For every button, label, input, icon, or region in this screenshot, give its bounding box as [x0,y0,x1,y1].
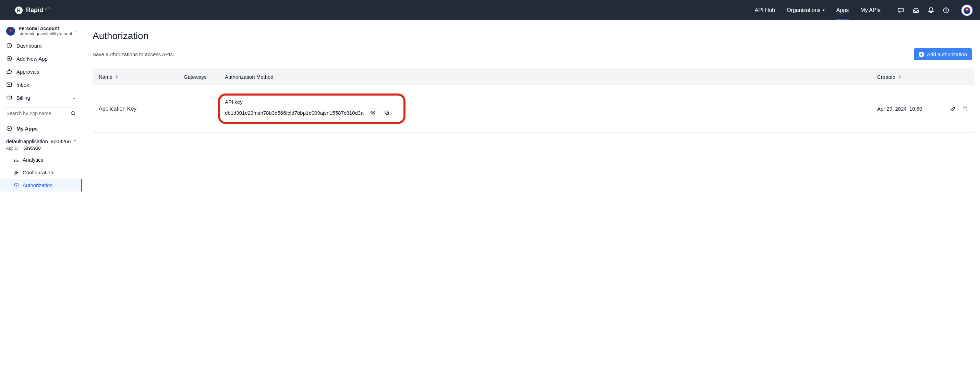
add-authorization-label: Add authorization [927,51,967,57]
cell-actions [939,106,968,112]
topbar: R Rapid API API Hub Organizations ▾ Apps… [0,0,980,20]
svg-rect-15 [7,96,12,99]
thumbs-up-icon [6,68,12,74]
column-header-created[interactable]: Created ▲▼ [877,74,939,80]
app-id-label: AppID: [6,146,19,151]
inbox-icon[interactable] [912,6,920,14]
svg-point-10 [10,30,10,30]
brand-sup: API [45,7,51,10]
check-circle-icon [6,125,12,132]
nav-my-apis-label: My APIs [861,7,881,13]
sort-icon: ▲▼ [898,75,901,79]
edit-button[interactable] [950,106,956,112]
svg-point-6 [966,9,967,9]
chevron-down-icon: ▾ [822,8,825,12]
brand-logo[interactable]: R Rapid API [15,6,51,14]
nav-apps[interactable]: Apps [836,1,849,19]
sort-icon: ▲▼ [115,75,118,79]
account-switcher[interactable]: Personal Account streamingavailabilitytu… [0,23,82,39]
brand-name: Rapid [26,6,43,14]
search-icon[interactable] [70,111,76,116]
api-key-highlight-box: API key db1d301e23msh78b3d566fcfd7bbp1d0… [218,94,406,124]
account-label: Personal Account [19,26,72,31]
main-content: Authorization Save authorizations to acc… [82,20,980,374]
app-subitem-authorization[interactable]: Authorization [0,179,82,192]
method-title: API key [225,99,391,105]
sidebar-item-inbox[interactable]: Inbox [0,78,82,91]
search-input[interactable] [3,108,79,119]
sidebar-item-dashboard[interactable]: Dashboard [0,39,82,52]
reveal-key-button[interactable] [369,108,377,117]
chevron-up-icon: ⌃ [73,139,77,144]
copy-icon [384,110,390,116]
help-icon[interactable] [942,6,950,14]
account-avatar-icon [6,27,15,36]
column-header-name[interactable]: Name ▲▼ [99,74,184,80]
column-gateways-label: Gateways [184,74,207,80]
sidebar-dashboard-label: Dashboard [16,43,41,49]
plus-circle-icon: + [919,52,924,57]
user-avatar[interactable] [961,4,973,16]
sidebar-item-approvals[interactable]: Approvals [0,65,82,78]
app-subitem-configuration[interactable]: Configuration [0,166,82,179]
sidebar-add-app-label: Add New App [16,56,48,62]
column-header-actions [939,74,968,80]
sidebar-inbox-label: Inbox [16,82,29,88]
created-time: 10:50 [909,106,923,112]
column-header-method: Authorization Method [225,74,877,80]
copy-key-button[interactable] [382,108,391,117]
nav-organizations-label: Organizations [787,7,821,13]
pencil-icon [950,106,956,112]
app-id-row: AppID: 5895930 [0,144,82,154]
column-header-gateways: Gateways [184,74,225,80]
nav-organizations[interactable]: Organizations ▾ [787,1,825,19]
svg-point-11 [11,30,11,30]
svg-point-2 [946,11,946,12]
sidebar-my-apps-header[interactable]: My Apps [0,122,82,135]
app-id-value: 5895930 [23,146,41,151]
svg-point-9 [9,29,12,32]
nav-api-hub-label: API Hub [755,7,775,13]
app-authorization-label: Authorization [22,182,53,188]
sidebar-item-add-app[interactable]: Add New App [0,52,82,65]
authorizations-table: Name ▲▼ Gateways Authorization Method Cr… [92,68,975,133]
sidebar-approvals-label: Approvals [16,69,40,74]
table-row: Application Key API key db1d301e23msh78b… [92,85,975,133]
nav-api-hub[interactable]: API Hub [755,1,775,19]
svg-point-17 [7,126,12,131]
page-title: Authorization [92,30,975,41]
app-subitem-analytics[interactable]: Analytics [0,154,82,166]
sidebar-billing-label: Billing [16,95,30,101]
column-created-label: Created [877,74,895,80]
sidebar: Personal Account streamingavailabilitytu… [0,20,82,374]
credit-card-icon [6,95,12,101]
topbar-icons [897,6,950,14]
add-authorization-button[interactable]: + Add authorization [914,48,972,60]
shield-icon [14,182,19,188]
gauge-icon [6,43,12,49]
top-nav: API Hub Organizations ▾ Apps My APIs [755,1,881,19]
app-configuration-label: Configuration [22,170,53,175]
chat-icon[interactable] [897,6,905,14]
eye-icon [370,110,376,116]
delete-button[interactable] [962,106,968,112]
app-search [3,108,79,119]
bell-icon[interactable] [927,6,935,14]
app-name: default-application_9003266 [6,138,71,144]
wrench-icon [14,170,19,175]
nav-my-apis[interactable]: My APIs [861,1,881,19]
sidebar-item-billing[interactable]: Billing ⌄ [0,91,82,104]
app-item[interactable]: default-application_9003266 ⌃ [0,135,82,144]
created-date: Apr 29, 2024 [877,106,907,112]
trash-icon [962,106,968,112]
column-name-label: Name [99,74,113,80]
account-text: Personal Account streamingavailabilitytu… [19,26,72,36]
account-username: streamingavailabilitytutorial [19,31,72,36]
svg-point-18 [372,112,374,113]
api-key-value: db1d301e23msh78b3d566fcfd7bbp1d009ajsn15… [225,110,364,116]
column-method-label: Authorization Method [225,74,274,80]
svg-point-7 [967,9,968,9]
cell-method: API key db1d301e23msh78b3d566fcfd7bbp1d0… [225,94,877,124]
chart-icon [14,157,19,163]
cell-created: Apr 29, 2024 10:50 [877,106,939,112]
